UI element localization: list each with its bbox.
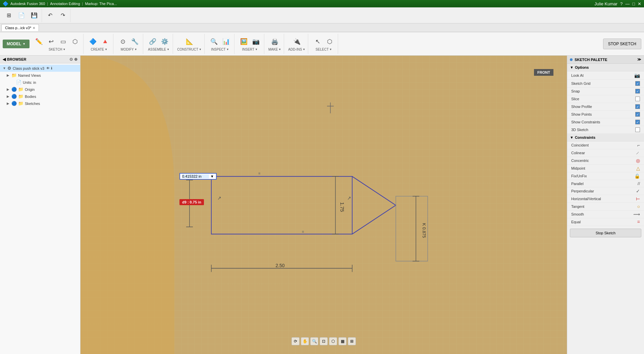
snap-checkbox[interactable]: ✓ xyxy=(635,89,640,94)
sketch-tool-4[interactable]: ⬡ xyxy=(70,36,80,47)
inspect-tool-1[interactable]: 🔍 xyxy=(209,36,219,47)
select-tool-1[interactable]: ↖ xyxy=(312,36,323,47)
app-menu-btn[interactable]: ⊞ xyxy=(3,11,15,19)
minimize-btn[interactable]: — xyxy=(625,1,630,6)
tab-close-btn[interactable]: ✕ xyxy=(33,26,35,30)
help-btn[interactable]: ? xyxy=(620,1,623,6)
make-label[interactable]: MAKE ▼ xyxy=(268,48,281,51)
constraint-colinear[interactable]: Colinear ⟋ xyxy=(567,149,644,157)
select-label[interactable]: SELECT ▼ xyxy=(316,48,332,51)
constraint-concentric[interactable]: Concentric ◎ xyxy=(567,157,644,165)
sketch-tool-3[interactable]: ▭ xyxy=(58,36,68,47)
create-label[interactable]: CREATE ▼ xyxy=(91,48,107,51)
constraint-horizontal-vertical[interactable]: Horizontal/Vertical ⊢ xyxy=(567,195,644,203)
maximize-btn[interactable]: □ xyxy=(632,1,635,6)
save-btn[interactable]: 💾 xyxy=(28,11,40,19)
show-profile-checkbox[interactable]: ✓ xyxy=(635,104,640,109)
dimension-input-field[interactable] xyxy=(182,174,209,178)
tree-expand-root: ▼ xyxy=(3,66,6,70)
insert-tool-2[interactable]: 📷 xyxy=(251,36,261,47)
make-icons: 🖨️ xyxy=(269,36,280,47)
sketch-label[interactable]: SKETCH ▼ xyxy=(49,48,65,51)
assemble-tool-2[interactable]: ⚙️ xyxy=(159,36,170,47)
insert-label[interactable]: INSERT ▼ xyxy=(242,48,258,51)
tree-item-bodies[interactable]: ▶ 🔵 📁 Bodies xyxy=(0,93,80,100)
constraint-midpoint[interactable]: Midpoint △ xyxy=(567,165,644,172)
3d-sketch-checkbox[interactable] xyxy=(635,127,640,132)
construct-tool-1[interactable]: 📐 xyxy=(184,36,195,47)
show-points-checkbox[interactable]: ✓ xyxy=(635,112,640,117)
addins-label[interactable]: ADD-INS ▼ xyxy=(288,48,305,51)
sketch-icons: ✏️ ↩ ▭ ⬡ xyxy=(34,36,80,47)
browser-settings-btn[interactable]: ⊙ xyxy=(69,57,73,62)
slice-checkbox[interactable] xyxy=(635,97,640,101)
nav-fit-btn[interactable]: ⊡ xyxy=(320,337,328,345)
dimension-input-arrow-btn[interactable]: ▼ xyxy=(210,174,214,178)
look-at-icon[interactable]: 📷 xyxy=(634,73,640,78)
undo-icon: ↶ xyxy=(48,12,52,18)
nav-pan-btn[interactable]: ✋ xyxy=(301,337,309,345)
sketch-grid-checkbox[interactable]: ✓ xyxy=(635,81,640,86)
constraint-fix-unfix[interactable]: Fix/UnFix 🔒 xyxy=(567,172,644,180)
palette-row-show-constraints: Show Constraints ✓ xyxy=(567,118,644,126)
assemble-tool-1[interactable]: 🔗 xyxy=(147,36,158,47)
tree-icon-bodies: 🔵 xyxy=(11,94,17,99)
options-section-header[interactable]: ▼ Options xyxy=(567,64,644,71)
constraint-coincident[interactable]: Coincident ⌐ xyxy=(567,141,644,149)
inspect-label[interactable]: INSPECT ▼ xyxy=(211,48,229,51)
tree-label-bodies: Bodies xyxy=(25,95,36,99)
model-dropdown[interactable]: MODEL ▼ xyxy=(3,40,30,48)
sketch-tool-1[interactable]: ✏️ xyxy=(34,36,44,47)
tree-item-root[interactable]: ▼ ⚙ Class push stick v3 👁 ℹ xyxy=(0,65,80,72)
tree-item-origin[interactable]: ▶ 🔵 📁 Origin xyxy=(0,86,80,93)
browser-expand-btn[interactable]: ⊕ xyxy=(74,57,77,62)
modify-tool-1[interactable]: ⊙ xyxy=(117,36,128,47)
inspect-tool-2[interactable]: 📊 xyxy=(221,36,231,47)
stop-sketch-btn[interactable]: STOP SKETCH xyxy=(603,39,641,49)
palette-collapse-btn[interactable]: ≫ xyxy=(637,57,641,62)
select-tool-2[interactable]: ⬡ xyxy=(324,36,335,47)
redo-btn[interactable]: ↷ xyxy=(57,11,69,19)
active-tab[interactable]: Class p...ick v3* ✕ xyxy=(1,24,39,31)
assemble-label[interactable]: ASSEMBLE ▼ xyxy=(148,48,169,51)
redo-icon: ↷ xyxy=(61,12,65,18)
nav-zoom-btn[interactable]: 🔍 xyxy=(310,337,318,345)
constraint-tangent[interactable]: Tangent ○ xyxy=(567,203,644,211)
tree-item-named-views[interactable]: ▶ 📁 Named Views xyxy=(0,72,80,79)
insert-tool-1[interactable]: 🖼️ xyxy=(238,36,249,47)
look-at-label: Look At xyxy=(571,73,584,77)
show-constraints-checkbox[interactable]: ✓ xyxy=(635,120,640,124)
nav-grid-btn[interactable]: ⊞ xyxy=(348,337,356,345)
canvas[interactable]: FRONT 2.50 1.75 xyxy=(80,56,567,354)
user-name[interactable]: Julie Kumar xyxy=(594,1,618,6)
stop-sketch-palette-btn[interactable]: Stop Sketch xyxy=(570,229,641,237)
make-tool-1[interactable]: 🖨️ xyxy=(269,36,280,47)
sketch-tool-2[interactable]: ↩ xyxy=(46,36,56,47)
constraint-smooth[interactable]: Smooth ⟿ xyxy=(567,211,644,218)
constraint-equal[interactable]: Equal = xyxy=(567,218,644,226)
constraints-section-header[interactable]: ▼ Constraints xyxy=(567,134,644,141)
nav-orbit-btn[interactable]: ⟳ xyxy=(291,337,300,345)
tangent-label: Tangent xyxy=(571,204,584,209)
assemble-icons: 🔗 ⚙️ xyxy=(147,36,170,47)
tree-item-units[interactable]: 📄 Units: in xyxy=(0,79,80,86)
construct-label[interactable]: CONSTRUCT ▼ xyxy=(177,48,202,51)
constraint-perpendicular[interactable]: Perpendicular ✓ xyxy=(567,187,644,195)
browser-collapse-icon[interactable]: ◀ xyxy=(3,57,6,62)
constraint-parallel[interactable]: Parallel // xyxy=(567,180,644,187)
tree-item-sketches[interactable]: ▶ 🔵 📁 Sketches xyxy=(0,100,80,107)
fix-unfix-label: Fix/UnFix xyxy=(571,174,587,178)
create-tool-2[interactable]: 🔺 xyxy=(100,36,110,47)
dimension-input-box[interactable]: ▼ xyxy=(179,173,217,180)
tree-label-named-views: Named Views xyxy=(18,73,41,77)
midpoint-icon: △ xyxy=(636,166,640,171)
modify-label[interactable]: MODIFY ▼ xyxy=(121,48,137,51)
file-btn[interactable]: 📄 xyxy=(15,11,28,19)
undo-btn[interactable]: ↶ xyxy=(44,11,56,19)
modify-tool-2[interactable]: 🔧 xyxy=(129,36,140,47)
nav-view-cube-btn[interactable]: ⬡ xyxy=(329,337,337,345)
close-btn[interactable]: ✕ xyxy=(638,1,641,6)
nav-display-btn[interactable]: ▦ xyxy=(338,337,346,345)
addins-tool-1[interactable]: 🔌 xyxy=(291,36,302,47)
create-tool-1[interactable]: 🔷 xyxy=(88,36,98,47)
